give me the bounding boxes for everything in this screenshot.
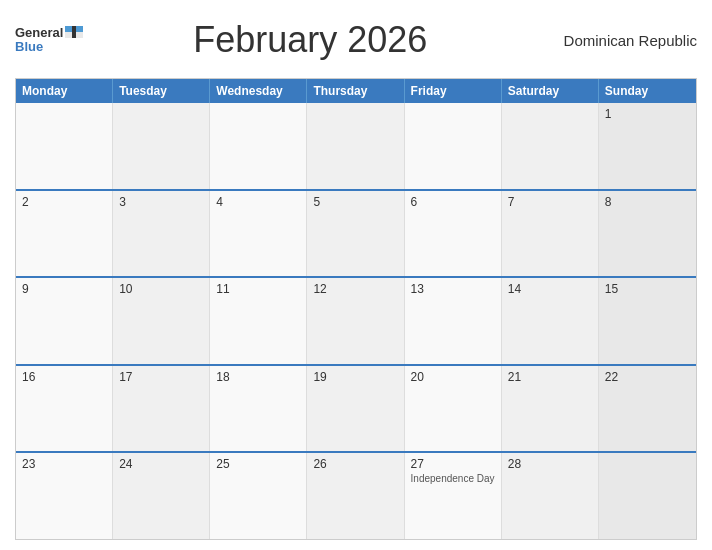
cell-feb-20: 20: [405, 366, 502, 452]
week-4: 16 17 18 19 20 21 22: [16, 364, 696, 452]
cell-feb-9: 9: [16, 278, 113, 364]
cell-feb-14: 14: [502, 278, 599, 364]
cell-feb-22: 22: [599, 366, 696, 452]
month-title: February 2026: [83, 19, 537, 61]
cell-feb-19: 19: [307, 366, 404, 452]
cell-empty-3: [210, 103, 307, 189]
cell-feb-2: 2: [16, 191, 113, 277]
cell-feb-25: 25: [210, 453, 307, 539]
header-tuesday: Tuesday: [113, 79, 210, 103]
cell-empty-6: [502, 103, 599, 189]
logo-blue-text: Blue: [15, 40, 43, 54]
cell-feb-3: 3: [113, 191, 210, 277]
logo-general-text: General: [15, 26, 63, 40]
cell-feb-4: 4: [210, 191, 307, 277]
header-thursday: Thursday: [307, 79, 404, 103]
independence-day-label: Independence Day: [411, 473, 495, 485]
cell-feb-6: 6: [405, 191, 502, 277]
cell-feb-23: 23: [16, 453, 113, 539]
header-sunday: Sunday: [599, 79, 696, 103]
cell-feb-16: 16: [16, 366, 113, 452]
svg-rect-2: [72, 26, 76, 38]
cell-feb-1: 1: [599, 103, 696, 189]
cell-feb-10: 10: [113, 278, 210, 364]
cell-feb-17: 17: [113, 366, 210, 452]
week-3: 9 10 11 12 13 14 15: [16, 276, 696, 364]
logo: General Blue: [15, 26, 83, 55]
cell-feb-13: 13: [405, 278, 502, 364]
cell-feb-26: 26: [307, 453, 404, 539]
cell-feb-5: 5: [307, 191, 404, 277]
cell-empty-1: [16, 103, 113, 189]
page: General Blue February 2026 Dominican Rep…: [0, 0, 712, 550]
header-monday: Monday: [16, 79, 113, 103]
cell-feb-12: 12: [307, 278, 404, 364]
cell-empty-end: [599, 453, 696, 539]
calendar-weekday-header: Monday Tuesday Wednesday Thursday Friday…: [16, 79, 696, 103]
cell-feb-21: 21: [502, 366, 599, 452]
cell-feb-11: 11: [210, 278, 307, 364]
cell-empty-5: [405, 103, 502, 189]
header-friday: Friday: [405, 79, 502, 103]
cell-empty-2: [113, 103, 210, 189]
cell-feb-27: 27 Independence Day: [405, 453, 502, 539]
calendar-header: General Blue February 2026 Dominican Rep…: [15, 10, 697, 70]
cell-feb-28: 28: [502, 453, 599, 539]
week-1: 1: [16, 103, 696, 189]
header-saturday: Saturday: [502, 79, 599, 103]
logo-flag-icon: [65, 26, 83, 38]
cell-feb-8: 8: [599, 191, 696, 277]
cell-feb-18: 18: [210, 366, 307, 452]
calendar: Monday Tuesday Wednesday Thursday Friday…: [15, 78, 697, 540]
cell-feb-15: 15: [599, 278, 696, 364]
cell-feb-7: 7: [502, 191, 599, 277]
week-2: 2 3 4 5 6 7 8: [16, 189, 696, 277]
cell-feb-24: 24: [113, 453, 210, 539]
cell-empty-4: [307, 103, 404, 189]
header-wednesday: Wednesday: [210, 79, 307, 103]
week-5: 23 24 25 26 27 Independence Day 28: [16, 451, 696, 539]
calendar-body: 1 2 3 4 5 6 7 8 9 10 11 12 13 14 15: [16, 103, 696, 539]
country-name: Dominican Republic: [537, 32, 697, 49]
